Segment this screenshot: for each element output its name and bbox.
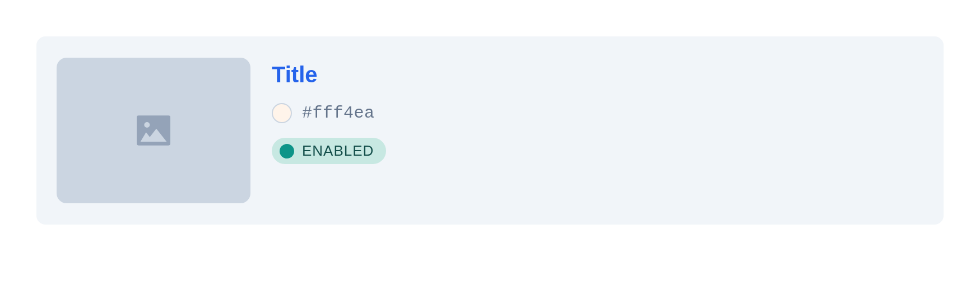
- status-dot-icon: [280, 144, 294, 158]
- info-section: Title #fff4ea ENABLED: [272, 58, 386, 164]
- item-title[interactable]: Title: [272, 62, 386, 87]
- status-badge: ENABLED: [272, 138, 386, 164]
- item-card: Title #fff4ea ENABLED: [36, 36, 944, 225]
- image-icon: [131, 108, 176, 153]
- color-row: #fff4ea: [272, 103, 386, 123]
- status-label: ENABLED: [302, 142, 374, 160]
- color-hex-value: #fff4ea: [302, 104, 375, 123]
- thumbnail-placeholder: [57, 58, 250, 203]
- color-swatch: [272, 103, 292, 123]
